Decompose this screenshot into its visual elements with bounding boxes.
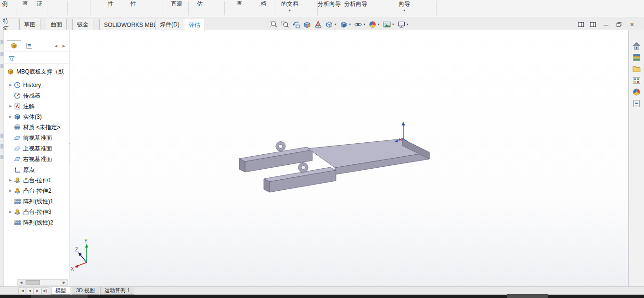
tree-item-linear-pattern1[interactable]: 阵列(线性)1 [4,197,69,206]
tree-item-root[interactable]: MBQ底板支撑（默 [4,67,69,76]
ribbon-button[interactable]: 估 [197,0,203,7]
ribbon-button[interactable]: 查 [22,0,28,7]
caret-down-icon[interactable]: ▼ [377,23,380,26]
tree-item-linear-pattern2[interactable]: 阵列(线性)2 [4,218,69,227]
caret-down-icon[interactable]: ▼ [363,23,366,26]
caret-down-icon[interactable]: ▼ [392,23,395,26]
expand-arrow-icon[interactable]: ▶ [8,104,13,108]
dynamic-annotation-views-button[interactable] [313,19,323,30]
scrollbar-thumb[interactable] [26,280,40,285]
expand-arrow-icon[interactable]: ▶ [8,189,13,193]
zoom-to-fit-button[interactable] [269,19,279,30]
origin-marker[interactable] [395,122,407,142]
tree-horizontal-scrollbar[interactable]: ◀ ▶ [17,279,68,286]
design-library-button[interactable] [631,52,642,62]
tree-item-annotations[interactable]: ▶ 注解 [4,101,69,111]
model-lug-hole[interactable] [301,166,305,170]
shaded-cube-icon [339,20,348,29]
ribbon-separator [274,1,274,15]
pane-toggle-right-button[interactable] [588,20,598,29]
ribbon-button[interactable]: 档 [260,0,266,7]
tab-sketch[interactable]: 草图 [19,19,40,30]
tree-item-sensors[interactable]: 传感器 [4,91,69,100]
hide-show-items-button[interactable]: ▼ [353,19,367,30]
ribbon-button[interactable]: 向导▼ [399,0,410,12]
tab-sheet-metal[interactable]: 钣金 [72,19,93,30]
ribbon-button[interactable]: 例 [2,0,8,7]
model-scene[interactable]: Y X Z [70,30,628,286]
file-explorer-button[interactable] [631,64,642,74]
ribbon-button[interactable]: 的文档▼ [281,0,298,12]
close-button[interactable]: × [627,20,637,29]
model-lug-hole[interactable] [279,145,283,149]
ribbon-button[interactable]: 性 [108,0,114,7]
model-lug-upper[interactable] [276,142,285,151]
scrollbar-track[interactable] [25,280,61,286]
expand-arrow-icon[interactable]: ▶ [8,115,13,119]
model-lug-lower[interactable] [298,163,308,173]
caret-down-icon[interactable]: ▼ [334,23,337,26]
edit-appearance-button[interactable]: ▼ [367,19,381,30]
ribbon-button[interactable]: 直观 [171,0,182,7]
apply-scene-button[interactable]: ▼ [382,19,396,30]
tree-item-history[interactable]: ▶ History [4,80,69,90]
display-style-button[interactable]: ▼ [338,19,352,30]
section-view-button[interactable] [302,19,312,30]
tab-motion-study-1[interactable]: 运动算例 1 [100,287,134,295]
minimize-button[interactable]: — [601,20,611,29]
tree-item-material[interactable]: 材质 <未指定> [4,123,69,132]
expand-arrow-icon[interactable]: ▶ [8,83,13,87]
zoom-to-area-button[interactable] [280,19,290,30]
tree-item-solid-bodies[interactable]: ▶ 实体(3) [4,112,69,122]
tab-features[interactable]: 特征 [0,19,18,30]
view-palette-button[interactable] [631,75,642,86]
expand-arrow-icon[interactable]: ▶ [8,210,13,214]
caret-down-icon[interactable]: ▼ [348,23,351,26]
tab-surfaces[interactable]: 曲面 [46,19,67,30]
tab-solidworks-mbd[interactable]: SOLIDWORKS MBD [99,19,162,30]
nav-last-button[interactable]: ▶| [41,287,49,294]
panel-tab-next-button[interactable]: ▶ [61,43,67,49]
restore-button[interactable] [614,20,624,29]
custom-properties-button[interactable] [631,99,642,109]
tab-model[interactable]: 模型 [51,287,70,295]
pane-toggle-left-button[interactable] [576,20,586,29]
ribbon-button[interactable]: 查 [236,0,242,7]
task-pane [628,30,644,286]
ribbon-button-label: 性 [108,0,114,7]
tab-evaluate[interactable]: 评估 [184,19,205,31]
scroll-right-button[interactable]: ▶ [61,280,67,286]
nav-next-button[interactable]: ▶ [34,287,41,294]
ribbon-button[interactable]: 性 [130,0,136,7]
tree-item-boss-extrude3[interactable]: ▶ 凸台-拉伸3 [4,207,69,217]
ribbon-button[interactable]: 证 [37,0,42,7]
feature-tree-tab[interactable] [7,40,21,51]
tree-item-front-plane[interactable]: 前视基准面 [4,133,69,143]
tree-item-boss-extrude2[interactable]: ▶ 凸台-拉伸2 [4,186,69,196]
tab-3d-views[interactable]: 3D 视图 [72,287,99,295]
tree-item-origin[interactable]: 原点 [4,165,69,174]
solidworks-resources-button[interactable] [631,41,642,51]
appearances-scenes-button[interactable] [631,87,642,97]
tab-weldments[interactable]: 焊件(D) [155,19,184,30]
tree-item-boss-extrude1[interactable]: ▶ 凸台-拉伸1 [4,175,69,185]
previous-view-button[interactable] [291,19,301,30]
scroll-left-button[interactable]: ◀ [18,280,25,286]
plane-icon [13,134,21,142]
tab-label: 焊件(D) [160,21,180,29]
nav-prev-button[interactable]: ◀ [26,287,34,294]
tree-filter-bar[interactable] [4,53,69,64]
tree-item-top-plane[interactable]: 上视基准面 [4,144,69,153]
tree-item-label: 实体(3) [23,113,42,121]
property-manager-tab[interactable] [22,40,37,51]
expand-arrow-icon[interactable]: ▶ [8,178,13,182]
view-orientation-button[interactable]: ▼ [324,19,338,30]
panel-tab-prev-button[interactable]: ◀ [53,43,59,49]
ribbon-button[interactable]: 分析向导 [344,0,367,7]
ribbon-button[interactable]: 分析向导 [318,0,341,7]
nav-first-button[interactable]: |◀ [18,287,26,294]
caret-down-icon[interactable]: ▼ [406,23,409,26]
view-settings-button[interactable]: ▼ [396,19,410,30]
graphics-viewport[interactable]: Y X Z [70,30,628,286]
tree-item-right-plane[interactable]: 右视基准面 [4,154,69,164]
